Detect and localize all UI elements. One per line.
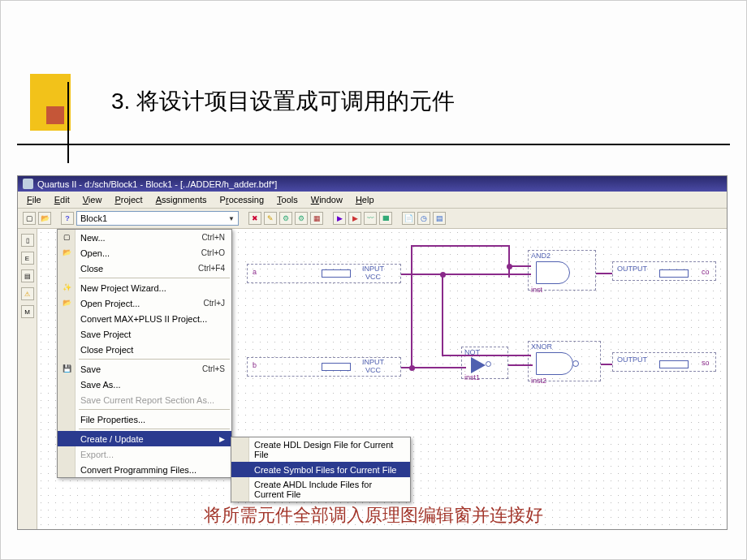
xnor-gate [536,352,573,375]
menu-file[interactable]: File [21,193,47,206]
and-label: AND2 [531,252,551,260]
app-window: Quartus II - d:/sch/Block1 - Block1 - [.… [17,175,728,530]
menu-bar: File Edit View Project Assignments Proce… [18,192,727,209]
app-icon [23,179,33,189]
slide-line-vertical [67,82,69,163]
tb-sim-icon[interactable]: ▤ [433,212,446,225]
submenu-ahdl[interactable]: Create AHDL Include Files for Current Fi… [231,477,410,502]
output-so-label: OUTPUT [617,355,647,364]
pin-a-label: a [253,268,257,276]
menu-view[interactable]: View [77,193,108,206]
lb-msg-icon[interactable]: M [21,305,34,318]
wire-and-out [596,273,612,274]
pin-a-shape [322,269,351,278]
menu-save-project[interactable]: Save Project [58,326,231,342]
open-icon[interactable]: 📂 [38,212,51,225]
submenu-symbol[interactable]: Create Symbol Files for Current File [231,462,410,477]
left-toolbar: ▯ E ▤ ⚠ M [18,229,37,529]
menu-export: Export... [58,446,231,462]
output-co-label: OUTPUT [617,265,647,273]
menu-open[interactable]: 📂 Open... Ctrl+O [58,245,231,261]
menu-save[interactable]: 💾 Save Ctrl+S [58,361,231,377]
xnor-label: XNOR [531,342,552,351]
menu-tools[interactable]: Tools [271,193,304,206]
menu-convert-prog[interactable]: Convert Programming Files... [58,462,231,477]
combo-value: Block1 [80,213,107,223]
open-project-icon: 📂 [61,297,72,308]
wire-b-vert [411,245,412,368]
new-icon[interactable]: ▢ [23,212,36,225]
lb-e-icon[interactable]: E [21,252,34,265]
menu-convert-maxplus[interactable]: Convert MAX+PLUS II Project... [58,311,231,326]
wire-xnor-out [601,364,612,365]
menu-project[interactable]: Project [109,193,148,206]
save-icon: 💾 [61,363,72,374]
slide-title: 3. 将设计项目设置成可调用的元件 [111,86,455,117]
menu-window[interactable]: Window [305,193,348,206]
menu-close-project[interactable]: Close Project [58,342,231,357]
file-dropdown: ▢ New... Ctrl+N 📂 Open... Ctrl+O Close C… [57,229,232,478]
title-bar: Quartus II - d:/sch/Block1 - Block1 - [.… [18,176,727,192]
open-file-icon: 📂 [61,247,72,258]
menu-assignments[interactable]: Assignments [150,193,213,206]
menu-file-props[interactable]: File Properties... [58,411,231,427]
wire-b-up [508,245,510,278]
tb-report-icon[interactable]: 📄 [402,212,415,225]
title-text: Quartus II - d:/sch/Block1 - Block1 - [.… [37,179,277,189]
vcc-b-label: VCC [365,366,381,374]
menu-save-report: Save Current Report Section As... [58,392,231,407]
wire-a [401,274,531,275]
block-combo[interactable]: Block1 ▼ [76,211,239,226]
menu-help[interactable]: Help [350,193,380,206]
out-so-shape [659,360,689,368]
slide-deco-red [46,106,64,124]
menu-save-as[interactable]: Save As... [58,377,231,392]
tb-edit-icon[interactable]: ✎ [264,212,277,225]
node-a [440,272,446,278]
wire-b-top [411,245,510,247]
workspace: ▯ E ▤ ⚠ M ▢ New... Ctrl+N 📂 Open... Ctrl… [18,229,727,529]
wizard-icon: ✨ [61,282,72,293]
so-label: so [702,359,710,367]
out-co-shape [659,269,689,278]
tb-stop-icon[interactable]: ⯀ [379,212,392,225]
menu-new[interactable]: ▢ New... Ctrl+N [58,230,231,245]
pin-b-shape [322,363,351,371]
and-gate [536,261,570,284]
input-b-label: INPUT [362,358,384,366]
slide-bottom-text: 将所需元件全部调入原理图编辑窗并连接好 [1,503,746,528]
submenu-hdl[interactable]: Create HDL Design File for Current File [231,437,410,462]
tb-clock-icon[interactable]: ◷ [417,212,430,225]
tb-wave-icon[interactable]: 〰 [364,212,377,225]
lb-warn-icon[interactable]: ⚠ [21,287,34,300]
tb-play-icon[interactable]: ▶ [333,212,346,225]
wire-a-xnor [442,355,531,356]
lb-list-icon[interactable]: ▤ [21,269,34,282]
menu-new-wizard[interactable]: ✨ New Project Wizard... [58,280,231,295]
inst1-label: inst1 [464,373,480,381]
input-a-label: INPUT [362,265,384,273]
slide-line-horizontal [17,144,730,145]
lb-doc-icon[interactable]: ▯ [21,234,34,247]
chevron-down-icon: ▼ [228,215,235,222]
toolbar: ▢ 📂 ? Block1 ▼ ✖ ✎ ⚙ ⚙ ▦ ▶ ▶ 〰 ⯀ 📄 ◷ ▤ [18,209,727,229]
vcc-a-label: VCC [365,273,381,281]
node-b [409,365,415,371]
create-update-submenu: Create HDL Design File for Current File … [231,437,411,502]
tb-settings2-icon[interactable]: ⚙ [295,212,308,225]
tb-settings1-icon[interactable]: ⚙ [279,212,292,225]
schematic-canvas[interactable]: ▢ New... Ctrl+N 📂 Open... Ctrl+O Close C… [37,229,727,529]
co-label: co [702,268,710,276]
wire-a-down [442,274,443,355]
menu-open-project[interactable]: 📂 Open Project... Ctrl+J [58,295,231,311]
menu-create-update[interactable]: Create / Update ▶ [58,431,231,446]
node-b2 [507,264,512,269]
help-icon[interactable]: ? [61,212,74,225]
menu-close[interactable]: Close Ctrl+F4 [58,261,231,276]
tb-cancel-icon[interactable]: ✖ [248,212,261,225]
inst-label: inst [531,286,542,294]
menu-edit[interactable]: Edit [49,193,76,206]
menu-processing[interactable]: Processing [214,193,270,206]
tb-chip-icon[interactable]: ▦ [310,212,323,225]
tb-play2-icon[interactable]: ▶ [348,212,361,225]
